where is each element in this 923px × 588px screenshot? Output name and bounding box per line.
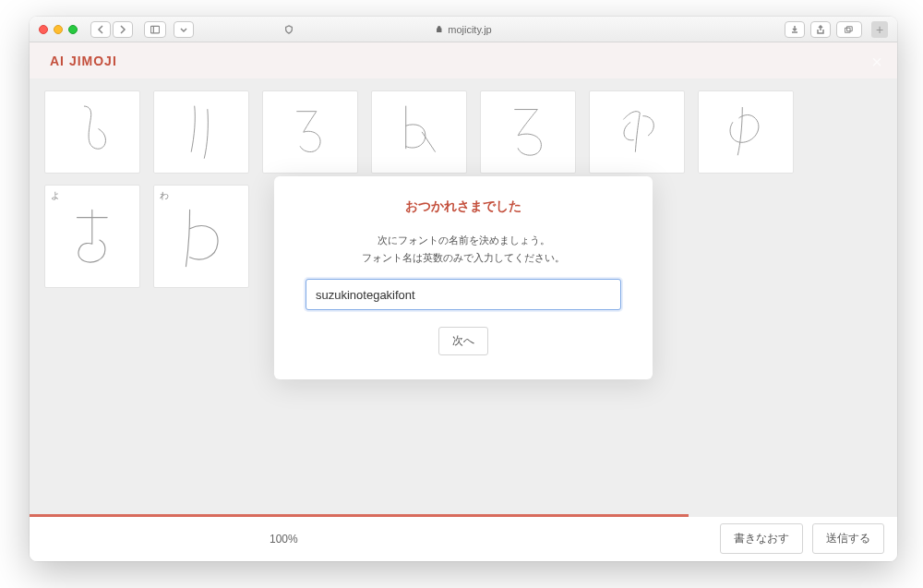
progress-bar: [30, 514, 897, 517]
forward-button[interactable]: [113, 21, 133, 38]
app-header: AI JIMOJI ×: [30, 42, 897, 79]
font-name-input[interactable]: [306, 279, 621, 310]
share-button[interactable]: [810, 21, 831, 38]
glyph-cell[interactable]: [480, 90, 576, 174]
url-host: mojicity.jp: [448, 24, 491, 35]
cell-label: よ: [51, 189, 60, 202]
font-name-modal: おつかれさまでした 次にフォントの名前を決めましょう。 フォント名は英数のみで入…: [274, 176, 653, 379]
minimize-window-icon[interactable]: [54, 25, 63, 34]
app-area: AI JIMOJI ×: [30, 42, 897, 561]
svg-rect-2: [845, 28, 850, 32]
new-tab-button[interactable]: +: [871, 21, 888, 38]
browser-window: mojicity.jp + AI JIMOJI ×: [30, 17, 897, 561]
close-window-icon[interactable]: [39, 25, 48, 34]
footer-buttons: 書きなおす 送信する: [720, 523, 884, 554]
app-logo: AI JIMOJI: [50, 54, 117, 68]
glyph-cell[interactable]: [698, 90, 794, 174]
cell-label: わ: [160, 189, 169, 202]
browser-toolbar: mojicity.jp +: [30, 17, 897, 42]
cells-row-1: [44, 90, 882, 174]
glyph-cell[interactable]: [262, 90, 358, 174]
glyph-cell[interactable]: [153, 90, 249, 174]
dropdown-button[interactable]: [174, 21, 194, 38]
glyph-cell[interactable]: [371, 90, 467, 174]
modal-title: おつかれさまでした: [306, 198, 621, 215]
glyph-cell[interactable]: わ: [153, 185, 249, 288]
next-button[interactable]: 次へ: [438, 327, 488, 355]
svg-rect-0: [150, 26, 159, 33]
svg-rect-3: [847, 26, 853, 30]
progress-fill: [30, 514, 689, 517]
address-bar[interactable]: mojicity.jp: [435, 24, 491, 35]
glyph-cell[interactable]: よ: [44, 185, 140, 288]
close-icon[interactable]: ×: [871, 52, 882, 73]
submit-button[interactable]: 送信する: [812, 523, 884, 554]
footer: 100% 書きなおす 送信する: [30, 515, 897, 561]
toolbar-right: +: [785, 21, 888, 38]
redo-button[interactable]: 書きなおす: [720, 523, 803, 554]
modal-description: 次にフォントの名前を決めましょう。 フォント名は英数のみで入力してください。: [306, 232, 621, 266]
progress-percent: 100%: [270, 533, 298, 546]
back-button[interactable]: [90, 21, 111, 38]
modal-line1: 次にフォントの名前を決めましょう。: [378, 234, 550, 246]
tabs-button[interactable]: [836, 21, 862, 38]
privacy-shield-icon[interactable]: [279, 21, 299, 38]
lock-icon: [435, 24, 443, 35]
modal-line2: フォント名は英数のみで入力してください。: [362, 252, 565, 263]
glyph-cell[interactable]: [589, 90, 685, 174]
window-controls: [39, 25, 78, 34]
sidebar-toggle-button[interactable]: [144, 21, 166, 38]
glyph-cell[interactable]: [44, 90, 140, 174]
zoom-window-icon[interactable]: [68, 25, 78, 34]
nav-buttons: [90, 21, 133, 38]
download-button[interactable]: [785, 21, 805, 38]
